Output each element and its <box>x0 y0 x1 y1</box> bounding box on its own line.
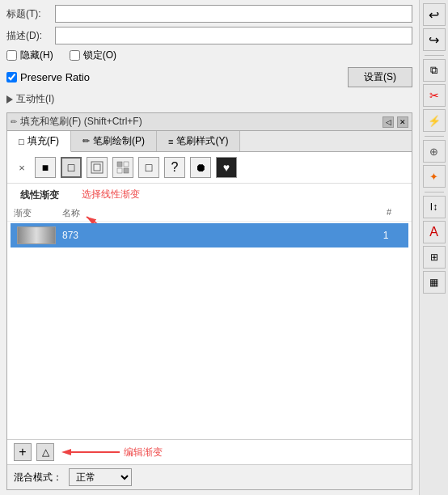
tab-fill-icon: □ <box>19 137 24 146</box>
blend-mode-row: 混合模式： 正常正片叠底滤色叠加 <box>7 464 412 489</box>
fill-flat-btn[interactable]: ■ <box>35 157 56 178</box>
edit-arrow-annotation: 编辑渐变 <box>67 444 163 460</box>
fill-icons-row: × ■ □ □ ? ⏺ ♥ <box>7 152 412 184</box>
hidden-checkbox[interactable] <box>6 50 17 61</box>
separator-1 <box>425 55 444 56</box>
tab-stroke-style-label: 笔刷样式(Y) <box>176 134 228 148</box>
gradient-preview <box>17 226 56 244</box>
separator-2 <box>425 136 444 137</box>
interactivity-row: 互动性(I) <box>6 92 412 106</box>
toolbar-btn-3[interactable]: ⧉ <box>423 59 446 82</box>
tab-stroke-style[interactable]: ≡ 笔刷样式(Y) <box>157 131 240 151</box>
fill-radial-btn[interactable] <box>87 157 108 178</box>
desc-field-row: 描述(D): <box>6 27 412 44</box>
panel-header-icons: ◁ ✕ <box>382 116 408 128</box>
toolbar-btn-7[interactable]: ✦ <box>423 165 446 188</box>
svg-rect-4 <box>117 168 122 173</box>
fill-linear-btn[interactable]: □ <box>61 157 82 178</box>
main-panel: 标题(T): 描述(D): 隐藏(H) 锁定(O) Preserve Ratio… <box>0 0 419 495</box>
section-header: 线性渐变 选择线性渐变 <box>7 184 412 205</box>
panel-header-bar: ✏ 填充和笔刷(F) (Shift+Ctrl+F) ◁ ✕ <box>7 113 412 131</box>
toolbar-btn-11[interactable]: ▦ <box>423 271 446 294</box>
svg-rect-3 <box>124 162 129 167</box>
svg-rect-2 <box>117 162 122 167</box>
tab-stroke-paint-label: 笔刷绘制(P) <box>93 134 145 148</box>
tab-stroke-style-icon: ≡ <box>168 137 173 146</box>
hidden-locked-row: 隐藏(H) 锁定(O) <box>6 49 412 62</box>
fill-pattern-btn[interactable] <box>112 157 133 178</box>
tabs-row: □ 填充(F) ✏ 笔刷绘制(P) ≡ 笔刷样式(Y) <box>7 131 412 152</box>
annotation-select: 选择线性渐变 <box>82 188 140 201</box>
preserve-ratio-left: Preserve Ratio <box>6 71 90 83</box>
gradient-hash: 1 <box>370 230 402 241</box>
fill-heart-btn[interactable]: ♥ <box>216 157 237 178</box>
col-name-header: 名称 <box>62 207 373 219</box>
annotation-edit: 编辑渐变 <box>124 446 163 459</box>
gradient-section: 线性渐变 选择线性渐变 渐变 名称 # <box>7 184 412 464</box>
panel-title-icon: ✏ <box>11 117 17 126</box>
tab-fill-label: 填充(F) <box>27 134 59 148</box>
gradient-name: 873 <box>62 230 370 241</box>
panel-collapse-btn[interactable]: ◁ <box>382 116 394 128</box>
toolbar-btn-9[interactable]: A <box>423 221 446 243</box>
svg-rect-5 <box>124 168 129 173</box>
tab-stroke-paint-icon: ✏ <box>82 136 90 146</box>
add-gradient-btn[interactable]: + <box>14 443 32 461</box>
linear-gradient-label: 线性渐变 <box>14 185 66 204</box>
gradient-list: 873 1 <box>7 222 412 439</box>
fill-unknown-btn[interactable]: ? <box>164 157 185 178</box>
toolbar-btn-6[interactable]: ⊕ <box>423 140 446 163</box>
svg-rect-0 <box>91 162 103 173</box>
tab-stroke-paint[interactable]: ✏ 笔刷绘制(P) <box>71 131 157 151</box>
tab-fill[interactable]: □ 填充(F) <box>7 131 71 152</box>
blend-mode-select[interactable]: 正常正片叠底滤色叠加 <box>69 468 132 486</box>
title-field-row: 标题(T): <box>6 5 412 23</box>
triangle-icon <box>6 95 13 104</box>
separator-3 <box>425 192 444 192</box>
settings-button[interactable]: 设置(S) <box>348 67 412 87</box>
locked-checkbox[interactable] <box>70 50 80 61</box>
locked-label: 锁定(O) <box>83 49 116 62</box>
preserve-ratio-row: Preserve Ratio 设置(S) <box>6 67 412 87</box>
fill-stroke-panel: ✏ 填充和笔刷(F) (Shift+Ctrl+F) ◁ ✕ □ 填充(F) ✏ … <box>6 112 412 490</box>
panel-title: 填充和笔刷(F) (Shift+Ctrl+F) <box>20 115 142 129</box>
locked-checkbox-item: 锁定(O) <box>70 49 116 62</box>
preserve-ratio-label: Preserve Ratio <box>20 71 90 83</box>
fill-marker-btn[interactable]: ⏺ <box>190 157 211 178</box>
fill-none-btn[interactable]: × <box>14 159 30 176</box>
desc-input[interactable] <box>55 27 412 44</box>
gradient-row[interactable]: 873 1 <box>11 223 408 248</box>
hidden-checkbox-item: 隐藏(H) <box>6 49 53 62</box>
toolbar-btn-8[interactable]: I↕ <box>423 196 446 218</box>
edit-gradient-btn[interactable]: △ <box>36 443 54 461</box>
col-gradient-header: 渐变 <box>14 207 62 219</box>
panel-close-btn[interactable]: ✕ <box>397 116 408 128</box>
right-toolbar: ↩ ↪ ⧉ ✂ ⚡ ⊕ ✦ I↕ A ⊞ ▦ <box>419 0 448 495</box>
toolbar-btn-2[interactable]: ↪ <box>423 28 446 51</box>
title-label: 标题(T): <box>6 7 55 21</box>
bottom-toolbar: + △ 编辑渐变 <box>7 439 412 464</box>
toolbar-btn-10[interactable]: ⊞ <box>423 246 446 269</box>
col-hash-header: # <box>373 207 405 219</box>
toolbar-btn-5[interactable]: ⚡ <box>423 109 446 132</box>
desc-label: 描述(D): <box>6 29 55 43</box>
blend-mode-label: 混合模式： <box>14 471 62 484</box>
interactivity-label: 互动性(I) <box>16 92 54 106</box>
toolbar-btn-1[interactable]: ↩ <box>423 3 446 26</box>
gradient-table-header: 渐变 名称 # <box>7 205 412 222</box>
hidden-label: 隐藏(H) <box>20 49 53 62</box>
toolbar-btn-4[interactable]: ✂ <box>423 84 446 107</box>
fill-swatch-btn[interactable]: □ <box>138 157 159 178</box>
svg-rect-1 <box>94 164 100 171</box>
preserve-ratio-checkbox[interactable] <box>6 72 17 82</box>
title-input[interactable] <box>55 5 412 23</box>
